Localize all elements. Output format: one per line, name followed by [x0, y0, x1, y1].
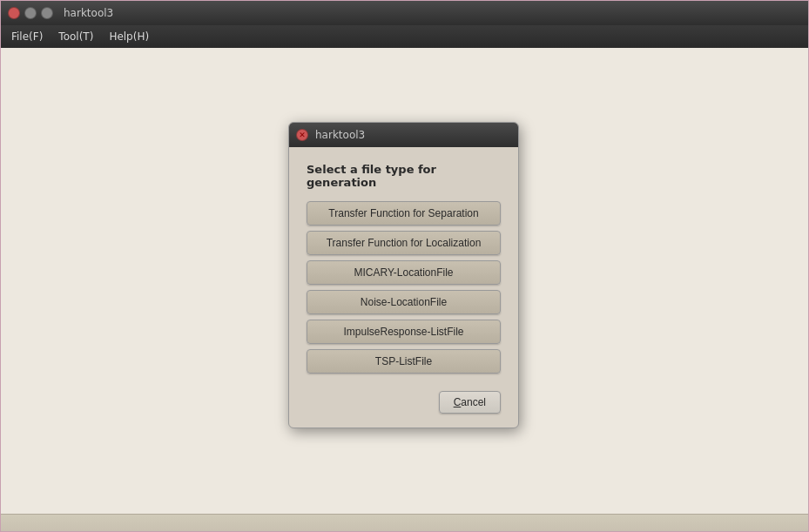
cancel-button[interactable]: Cancel: [439, 391, 501, 414]
btn-transfer-function-localization[interactable]: Transfer Function for Localization: [307, 231, 501, 255]
dialog: ✕ harktool3 Select a file type for gener…: [288, 122, 519, 428]
window-controls: [8, 7, 53, 19]
window-title: harktool3: [64, 7, 113, 19]
file-type-button-list: Transfer Function for Separation Transfe…: [307, 201, 501, 374]
menu-help[interactable]: Help(H): [102, 28, 156, 45]
dialog-heading: Select a file type for generation: [307, 163, 501, 189]
btn-micary-location-file[interactable]: MICARY-LocationFile: [307, 260, 501, 285]
btn-tsp-list-file[interactable]: TSP-ListFile: [307, 349, 501, 374]
main-area: ✕ harktool3 Select a file type for gener…: [1, 48, 809, 532]
cancel-label-rest: ancel: [461, 396, 486, 408]
menubar: File(F) Tool(T) Help(H): [1, 25, 808, 48]
btn-noise-location-file[interactable]: Noise-LocationFile: [307, 290, 501, 314]
dialog-footer: Cancel: [307, 386, 501, 414]
btn-impulse-response-list-file[interactable]: ImpulseResponse-ListFile: [307, 320, 501, 344]
maximize-button[interactable]: [41, 7, 53, 19]
menu-file[interactable]: File(F): [4, 28, 50, 45]
menu-tool[interactable]: Tool(T): [51, 28, 100, 45]
dialog-titlebar: ✕ harktool3: [289, 123, 518, 147]
titlebar: harktool3: [1, 1, 808, 25]
dialog-content: Select a file type for generation Transf…: [289, 147, 518, 428]
minimize-button[interactable]: [24, 7, 37, 19]
statusbar: [1, 514, 809, 532]
close-button[interactable]: [8, 7, 20, 19]
dialog-close-button[interactable]: ✕: [296, 129, 308, 141]
btn-transfer-function-separation[interactable]: Transfer Function for Separation: [307, 201, 501, 226]
dialog-title: harktool3: [315, 129, 365, 141]
